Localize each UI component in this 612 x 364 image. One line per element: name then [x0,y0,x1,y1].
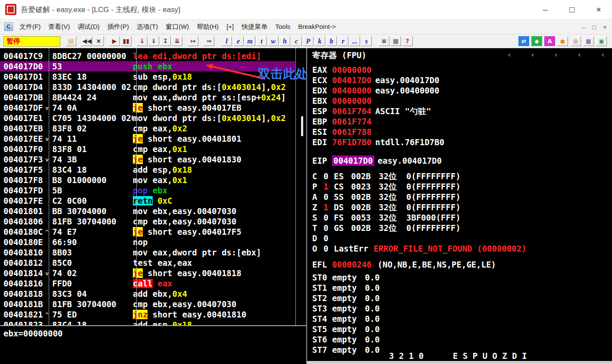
letter-button-s[interactable]: s [361,36,372,46]
run-to-cursor-button[interactable]: ⇒ [204,36,214,46]
flag-row-z[interactable]: Z1DS002B32位0(FFFFFFFF) [312,202,461,212]
disasm-row-00401806[interactable]: 0040180681FB 30704000cmp ebx,easy.004070… [0,216,295,227]
letter-button-w[interactable]: w [268,36,279,46]
pane-nav-chevron-5[interactable]: ‹ [601,50,605,59]
pause-status-button[interactable]: 暂停 [3,36,60,47]
restart-button[interactable]: ◀◀ [82,36,92,46]
letter-button-P[interactable]: P [303,36,314,46]
disassembly-pane[interactable]: 004017C98DBC27 00000000lea edi,dword ptr… [0,48,306,325]
register-row-edi[interactable]: EDI76F1D7B0ntdll.76F1D7B0 [312,137,444,147]
menu-item-2[interactable]: 查看(V) [44,21,74,33]
disasm-row-00401823[interactable]: 0040182383C4 18add esp,0x18 [0,320,295,325]
open-file-button[interactable]: ▤ [66,36,76,46]
fpu-row-st2[interactable]: ST2empty0.0 [312,293,380,303]
pause-button[interactable]: ▮▮ [121,36,132,46]
until-return-button[interactable]: ↦ [188,36,198,46]
animate-over-button[interactable]: ⇊ [172,36,182,46]
pane-nav-chevron-3[interactable]: ‹ [554,50,558,59]
disasm-row-00401801[interactable]: 00401801BB 30704000mov ebx,easy.00407030 [0,206,295,216]
letter-button-e[interactable]: e [233,36,244,46]
disasm-row-004017F0[interactable]: 004017F083F8 01cmp eax,0x1 [0,144,295,154]
fpu-row-st6[interactable]: ST6empty0.0 [312,334,380,345]
disasm-row-004017F8[interactable]: 004017F8B8 01000000mov eax,0x1 [0,175,295,185]
scrollbar-thumb[interactable] [301,116,303,136]
flag-row-a[interactable]: A0SS002B32位0(FFFFFFFF) [312,192,461,202]
fpu-row-st3[interactable]: ST3empty0.0 [312,303,380,314]
menu-item-5[interactable]: 选项(T) [133,21,162,33]
disasm-scrollbar[interactable] [298,48,305,325]
register-row-eax[interactable]: EAX00000000 [312,65,375,75]
letter-button-m[interactable]: m [245,36,255,46]
close-button[interactable]: × [585,5,612,15]
mdi-close-button[interactable]: × [603,23,607,31]
mdi-minimize-button[interactable]: – [582,23,585,31]
flag-row-c[interactable]: C0ES002B32位0(FFFFFFFF) [312,171,461,181]
breakpoint-list-button[interactable]: ≡ [379,36,389,46]
register-row-edx[interactable]: EDX00400000easy.00400000 [312,85,439,96]
plugin-grid-icon[interactable]: ▦ [583,36,594,46]
run-button[interactable]: ▶ [109,36,120,46]
step-over-button[interactable]: ⇓ [148,36,159,46]
menu-item-6[interactable]: 窗口(W) [162,21,193,33]
windows-button[interactable]: ▦ [390,36,401,46]
disasm-row-00401821[interactable]: 00401821^75 EDjnz short easy.00401810 [0,309,295,320]
disasm-row-00401812[interactable]: 0040181285C0test eax,eax [0,258,295,268]
flag-row-s[interactable]: S0FS005332位3BF000(FFF) [312,212,461,223]
menu-item-10[interactable]: Tools [271,21,294,33]
letter-button-t[interactable]: t [256,36,267,46]
column-divider[interactable] [49,48,49,325]
column-divider[interactable] [295,48,296,325]
menu-item-8[interactable]: [+] [223,21,238,33]
plugin-a-icon[interactable]: A [544,36,555,46]
plugin-screen-icon[interactable]: ▣ [596,36,607,46]
letter-button-b[interactable]: b [326,36,337,46]
flag-row-o[interactable]: O0LastErrERROR_FILE_NOT_FOUND (00000002) [312,243,527,254]
menu-item-3[interactable]: 调试(D) [74,21,104,33]
register-row-esp[interactable]: ESP0061F764ASCII "勺驻" [312,106,431,116]
letter-button-more[interactable]: ... [349,36,360,46]
disasm-row-00401818[interactable]: 0040181883C3 04add ebx,0x4 [0,289,295,299]
fpu-row-st5[interactable]: ST5empty0.0 [312,324,380,334]
step-into-button[interactable]: ↓ [137,36,148,46]
register-row-esi[interactable]: ESI0061F788 [312,127,375,137]
registers-pane[interactable]: 寄存器 (FPU) ‹‹‹‹‹ EAX00000000ECX004017D0ea… [307,48,612,364]
menu-item-4[interactable]: 插件(P) [104,21,133,33]
menu-item-7[interactable]: 帮助(H) [193,21,223,33]
menu-item-11[interactable]: BreakPoint-> [294,21,339,33]
letter-button-r[interactable]: r [338,36,348,46]
disasm-row-004017DB[interactable]: 004017DB8B4424 24mov eax,dword ptr ss:[e… [0,92,295,103]
menu-item-1[interactable]: 文件(F) [16,21,44,33]
disasm-row-00401814[interactable]: 00401814v74 02je short easy.00401818 [0,268,295,278]
animate-into-button[interactable]: ↧ [160,36,171,46]
letter-button-k[interactable]: k [314,36,325,46]
disasm-row-00401816[interactable]: 00401816FFD0call eax [0,278,295,289]
pane-nav-chevron-1[interactable]: ‹ [507,50,512,59]
disasm-row-00401810[interactable]: 004018108B03mov eax,dword ptr ds:[ebx] [0,247,295,258]
disasm-row-004017F3[interactable]: 004017F3v74 3Bje short easy.00401830 [0,154,295,165]
register-row-efl[interactable]: EFL00000246(NO,NB,E,BE,NS,PE,GE,LE) [312,259,496,270]
close-process-button[interactable]: × [93,36,104,46]
column-divider[interactable] [136,48,137,325]
disasm-row-0040180E[interactable]: 0040180E66:90nop [0,237,295,247]
registers-hscrollbar[interactable] [307,361,612,364]
letter-button-c[interactable]: c [291,36,302,46]
register-row-eip[interactable]: EIP004017D0easy.004017D0 [312,156,442,166]
minimize-button[interactable]: – [532,5,559,15]
pane-nav-chevron-4[interactable]: ‹ [577,50,582,59]
register-row-ebp[interactable]: EBP0061F774 [312,116,375,127]
help-button[interactable]: ? [402,36,413,46]
plugin-sync-icon[interactable]: ⇄ [518,36,529,46]
plugin-green-icon[interactable]: ◆ [531,36,542,46]
disasm-row-004017E1[interactable]: 004017E1C705 14304000 02000000mov dword … [0,113,295,123]
fpu-row-st0[interactable]: ST0empty0.0 [312,272,380,283]
flag-row-t[interactable]: T0GS002B32位0(FFFFFFFF) [312,223,461,233]
plugin-dot-icon[interactable]: ● [557,36,568,46]
disasm-row-0040180C[interactable]: 0040180C^74 E7je short easy.004017F5 [0,227,295,237]
plugin-target-icon[interactable]: ◎ [570,36,581,46]
letter-button-h[interactable]: h [279,36,290,46]
register-row-ebx[interactable]: EBX00000000 [312,96,375,106]
letter-button-l[interactable]: l [221,36,232,46]
maximize-button[interactable]: □ [559,5,585,15]
menu-item-9[interactable]: 快捷菜单 [238,21,271,33]
mdi-restore-button[interactable]: □ [592,23,596,31]
